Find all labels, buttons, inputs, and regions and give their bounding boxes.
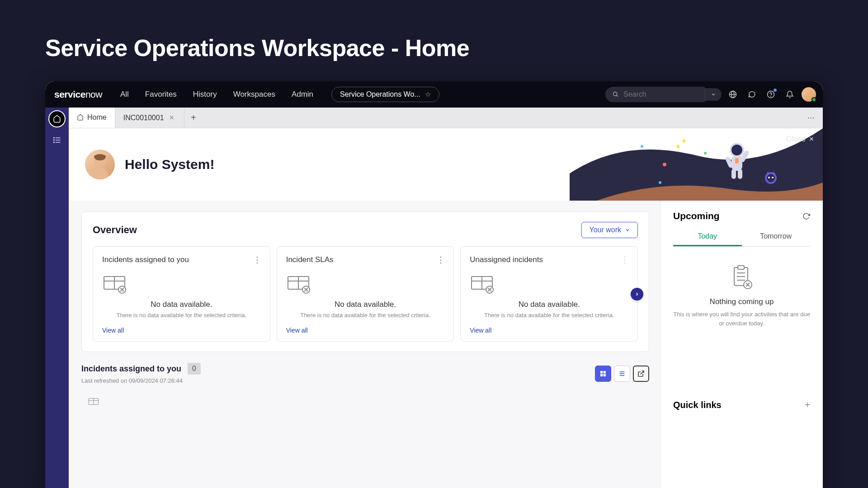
refresh-icon bbox=[802, 212, 810, 220]
search-icon bbox=[613, 91, 619, 98]
bell-icon[interactable] bbox=[782, 87, 797, 102]
svg-point-12 bbox=[54, 142, 55, 143]
workspace-pill-label: Service Operations Wo... bbox=[340, 90, 420, 99]
rail-list-icon[interactable] bbox=[48, 131, 66, 149]
svg-point-34 bbox=[92, 168, 108, 179]
home-icon bbox=[77, 114, 84, 121]
star-icon[interactable]: ☆ bbox=[425, 90, 431, 99]
card-unassigned-incidents: Unassigned incidents ⋮ No data available… bbox=[460, 246, 638, 342]
card-menu-icon[interactable]: ⋮ bbox=[621, 255, 628, 265]
quicklinks-title: Quick links bbox=[673, 400, 722, 410]
view-all-link[interactable]: View all bbox=[286, 327, 445, 334]
card-menu-icon[interactable]: ⋮ bbox=[253, 255, 261, 265]
nav-workspaces[interactable]: Workspaces bbox=[227, 86, 282, 103]
filter-label: Your work bbox=[589, 226, 621, 234]
chat-icon[interactable] bbox=[744, 87, 760, 102]
popout-button[interactable] bbox=[633, 366, 649, 382]
your-work-filter[interactable]: Your work bbox=[581, 222, 638, 238]
tab-add-button[interactable]: + bbox=[184, 113, 203, 123]
last-refreshed: Last refreshed on 09/09/2024 07:26:44 bbox=[81, 377, 201, 384]
upcoming-title: Upcoming bbox=[673, 211, 720, 221]
svg-point-30 bbox=[772, 177, 774, 178]
view-all-link[interactable]: View all bbox=[470, 327, 628, 334]
empty-title: No data available. bbox=[286, 300, 445, 309]
external-link-icon bbox=[637, 370, 645, 377]
nav-history[interactable]: History bbox=[187, 86, 223, 103]
svg-point-17 bbox=[659, 181, 661, 184]
logo-text-b: now bbox=[85, 89, 102, 99]
list-view-button[interactable] bbox=[614, 366, 630, 382]
card-menu-icon[interactable]: ⋮ bbox=[437, 255, 444, 265]
empty-data-icon bbox=[81, 398, 106, 407]
nav-favorites[interactable]: Favorites bbox=[139, 86, 183, 103]
svg-rect-54 bbox=[604, 371, 606, 373]
greeting-text: Hello System! bbox=[125, 157, 214, 172]
svg-point-29 bbox=[768, 177, 770, 178]
hero-close-button[interactable]: Close × bbox=[786, 135, 814, 144]
overview-panel: Overview Your work Incidents assigned to… bbox=[81, 211, 649, 352]
tab-incident-label: INC0010001 bbox=[123, 114, 164, 122]
svg-rect-53 bbox=[600, 371, 603, 373]
svg-point-10 bbox=[54, 137, 55, 138]
app-window: servicenow All Favorites History Workspa… bbox=[45, 81, 823, 488]
svg-line-1 bbox=[617, 95, 618, 97]
avatar-icon bbox=[802, 87, 816, 102]
search-dropdown[interactable] bbox=[705, 88, 722, 101]
help-icon[interactable] bbox=[763, 87, 778, 102]
clipboard-empty-icon bbox=[730, 265, 754, 290]
empty-subtitle: There is no data available for the selec… bbox=[102, 312, 261, 319]
servicenow-logo[interactable]: servicenow bbox=[54, 89, 102, 100]
tab-close-button[interactable]: × bbox=[168, 113, 176, 122]
svg-line-60 bbox=[641, 371, 644, 374]
close-icon: × bbox=[809, 135, 814, 144]
section-title: Incidents assigned to you bbox=[81, 364, 181, 374]
svg-rect-65 bbox=[738, 266, 744, 269]
svg-rect-55 bbox=[600, 374, 603, 376]
empty-title: No data available. bbox=[470, 300, 628, 309]
nav-admin[interactable]: Admin bbox=[285, 86, 320, 103]
scroll-next-button[interactable] bbox=[631, 288, 643, 300]
workspace-pill[interactable]: Service Operations Wo... ☆ bbox=[331, 87, 439, 102]
view-all-link[interactable]: View all bbox=[102, 327, 261, 334]
empty-data-icon bbox=[286, 275, 311, 294]
chevron-down-icon bbox=[625, 227, 630, 233]
tab-incident[interactable]: INC0010001 × bbox=[115, 108, 184, 128]
svg-rect-56 bbox=[604, 374, 606, 376]
user-avatar[interactable] bbox=[801, 87, 816, 102]
globe-icon[interactable] bbox=[725, 87, 741, 102]
svg-rect-18 bbox=[682, 139, 686, 143]
page-heading: Service Operations Workspace - Home bbox=[0, 0, 868, 61]
chevron-right-icon bbox=[634, 291, 640, 297]
empty-title: No data available. bbox=[102, 300, 261, 309]
hero-banner: Close × Hello System! bbox=[69, 128, 823, 201]
svg-rect-26 bbox=[738, 169, 742, 179]
svg-point-11 bbox=[54, 140, 55, 141]
svg-point-28 bbox=[767, 174, 775, 182]
tab-tomorrow[interactable]: Tomorrow bbox=[742, 228, 811, 246]
grid-icon bbox=[599, 370, 607, 377]
nav-all[interactable]: All bbox=[114, 86, 135, 103]
svg-point-20 bbox=[731, 145, 742, 155]
card-incident-slas: Incident SLAs ⋮ No data available. There… bbox=[277, 246, 454, 342]
search-box[interactable] bbox=[605, 87, 705, 102]
tab-strip: Home INC0010001 × + ⋯ bbox=[69, 108, 823, 128]
add-quicklink-button[interactable]: + bbox=[805, 400, 810, 410]
left-rail bbox=[45, 108, 69, 488]
tab-today[interactable]: Today bbox=[673, 228, 742, 246]
svg-point-14 bbox=[663, 163, 666, 166]
tab-home[interactable]: Home bbox=[69, 108, 115, 128]
grid-view-button[interactable] bbox=[595, 366, 611, 382]
presence-indicator bbox=[811, 97, 816, 102]
card-title: Unassigned incidents bbox=[470, 255, 543, 264]
logo-text-a: service bbox=[54, 89, 85, 99]
rail-home-icon[interactable] bbox=[48, 110, 66, 127]
search-input[interactable] bbox=[623, 90, 698, 99]
refresh-button[interactable] bbox=[802, 212, 810, 220]
upcoming-empty-subtitle: This is where you will find your activit… bbox=[673, 310, 810, 328]
svg-rect-22 bbox=[735, 158, 739, 164]
list-icon bbox=[618, 370, 626, 377]
card-incidents-assigned: Incidents assigned to you ⋮ No data avai… bbox=[93, 246, 270, 342]
tab-more-icon[interactable]: ⋯ bbox=[799, 113, 823, 122]
empty-data-icon bbox=[470, 275, 494, 294]
svg-point-6 bbox=[771, 96, 771, 96]
